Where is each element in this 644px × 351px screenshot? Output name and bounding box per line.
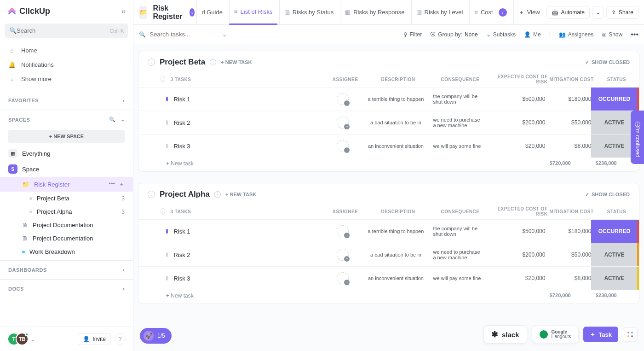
apps-button[interactable] [623, 327, 638, 342]
description-cell[interactable]: an inconvenient situation [361, 275, 430, 281]
automate-button[interactable]: 🤖Automate [546, 6, 590, 19]
mitigation-cost-cell[interactable]: $8,000 [545, 143, 591, 149]
description-cell[interactable]: an inconvenient situation [361, 143, 430, 149]
hangouts-card[interactable]: GoogleHangouts [532, 326, 579, 343]
description-cell[interactable]: a bad situation to be in [361, 252, 430, 257]
add-assignee-icon[interactable] [337, 93, 349, 105]
collapse-group-icon[interactable]: ⌄ [148, 58, 155, 66]
prev-view-button[interactable]: ‹ [190, 8, 195, 17]
assignee-cell[interactable] [324, 93, 361, 105]
new-task-link[interactable]: + NEW TASK [221, 59, 252, 65]
folder-icon[interactable]: 📁 [139, 6, 147, 19]
mitigation-cost-cell[interactable]: $50,000 [545, 119, 591, 126]
onboarding-pill[interactable]: 🚀1/5 [140, 328, 172, 344]
task-row[interactable]: Risk 1 a terrible thing to happen the co… [138, 219, 639, 243]
col-status[interactable]: STATUS [594, 77, 640, 82]
task-name[interactable]: Risk 1 [173, 228, 324, 235]
expected-cost-cell[interactable]: $20,000 [485, 143, 545, 149]
mitigation-cost-cell[interactable]: $180,000 [545, 96, 591, 102]
show-closed-toggle[interactable]: ✓SHOW CLOSED [585, 192, 630, 198]
new-task-link[interactable]: + NEW TASK [225, 192, 256, 197]
search-field[interactable] [17, 27, 109, 34]
col-expected-cost[interactable]: EXPECTED COST OF RISK [488, 74, 548, 84]
chevron-down-icon[interactable]: ⌄ [30, 336, 35, 343]
task-name[interactable]: Risk 2 [173, 252, 324, 258]
add-view-button[interactable]: ＋View [513, 0, 545, 25]
expected-cost-cell[interactable]: $500,000 [485, 96, 545, 102]
collapse-group-icon[interactable]: ⌄ [148, 191, 155, 198]
confused-tab[interactable]: ⓘI'm confused [631, 111, 644, 164]
subtasks-button[interactable]: ⌄Subtasks [486, 31, 516, 38]
new-space-button[interactable]: + NEW SPACE [8, 130, 125, 143]
col-assignee[interactable]: ASSIGNEE [327, 77, 364, 82]
add-task-row[interactable]: + New task [166, 292, 194, 299]
task-row[interactable]: Risk 1 a terrible thing to happen the co… [138, 87, 639, 111]
more-button[interactable]: ••• [631, 30, 638, 39]
tree-risk-register[interactable]: 📁 Risk Register •••＋ [0, 177, 133, 192]
col-status[interactable]: STATUS [594, 209, 640, 214]
status-cell[interactable]: ACTIVE [591, 243, 637, 266]
dashboards-section[interactable]: DASHBOARDS› [0, 263, 133, 277]
col-description[interactable]: DESCRIPTION [364, 209, 433, 214]
status-cell[interactable]: OCCURRED [591, 220, 637, 243]
task-row[interactable]: Risk 3 an inconvenient situation we will… [138, 134, 639, 158]
view-tab-response[interactable]: ▥Risks by Response [340, 0, 409, 25]
tree-doc-2[interactable]: 🗎Project Documentation [0, 232, 133, 245]
view-tab-status[interactable]: ▥Risks by Status [279, 0, 339, 25]
search-input[interactable]: 🔍 Ctrl+K [5, 23, 128, 38]
col-assignee[interactable]: ASSIGNEE [327, 209, 364, 214]
search-spaces-icon[interactable]: 🔍 [109, 117, 116, 123]
plus-icon[interactable]: ＋ [119, 180, 125, 188]
tree-project-alpha[interactable]: Project Alpha3 [0, 205, 133, 218]
collapse-tasks-icon[interactable]: ⌄ [161, 208, 165, 215]
task-name[interactable]: Risk 1 [173, 96, 324, 103]
tree-work-breakdown[interactable]: Work Breakdown [0, 245, 133, 258]
mitigation-cost-cell[interactable]: $8,000 [545, 275, 591, 281]
consequence-cell[interactable]: we need to purchase a new machine [430, 249, 485, 260]
assignees-button[interactable]: 👥Assignees [559, 31, 593, 38]
info-icon[interactable]: i [210, 59, 216, 65]
mitigation-cost-cell[interactable]: $180,000 [545, 228, 591, 234]
consequence-cell[interactable]: the company will be shut down [430, 94, 485, 105]
add-assignee-icon[interactable] [337, 272, 349, 284]
tree-space[interactable]: SSpace [0, 161, 133, 177]
add-assignee-icon[interactable] [337, 140, 349, 152]
col-expected-cost[interactable]: EXPECTED COST OF RISK [488, 206, 548, 216]
view-tab-level[interactable]: ▥Risks by Level [411, 0, 468, 25]
status-cell[interactable]: ACTIVE [591, 267, 637, 290]
filter-button[interactable]: ⚲Filter [403, 31, 422, 38]
status-cell[interactable]: OCCURRED [591, 88, 637, 111]
nav-home[interactable]: ⌂Home [0, 43, 133, 58]
description-cell[interactable]: a bad situation to be in [361, 120, 430, 125]
task-row[interactable]: Risk 2 a bad situation to be in we need … [138, 111, 639, 134]
me-button[interactable]: 👤Me [524, 31, 541, 38]
assignee-cell[interactable] [324, 249, 361, 261]
new-task-fab[interactable]: ＋Task [583, 327, 618, 342]
assignee-cell[interactable] [324, 140, 361, 152]
next-view-button[interactable]: › [499, 8, 507, 17]
view-tab-list[interactable]: ≡List of Risks [229, 0, 277, 25]
docs-section[interactable]: DOCS› [0, 281, 133, 296]
chevron-down-icon[interactable]: ⌄ [121, 117, 125, 123]
user-avatars[interactable]: T TB ⌄ [7, 333, 35, 345]
invite-button[interactable]: 👤Invite [78, 333, 111, 345]
expected-cost-cell[interactable]: $200,000 [485, 252, 545, 258]
mitigation-cost-cell[interactable]: $50,000 [545, 252, 591, 258]
task-name[interactable]: Risk 3 [173, 275, 324, 282]
add-assignee-icon[interactable] [337, 117, 349, 129]
nav-notifications[interactable]: 🔔Notifications [0, 58, 133, 72]
search-tasks-input[interactable] [150, 31, 218, 38]
description-cell[interactable]: a terrible thing to happen [361, 228, 430, 234]
tree-project-beta[interactable]: Project Beta3 [0, 192, 133, 205]
slack-card[interactable]: ✱slack [483, 325, 527, 344]
tree-everything[interactable]: ▦Everything [0, 146, 133, 161]
add-task-row[interactable]: + New task [166, 160, 194, 167]
help-button[interactable]: ? [115, 333, 126, 345]
col-description[interactable]: DESCRIPTION [364, 77, 433, 82]
task-row[interactable]: Risk 3 an inconvenient situation we will… [138, 266, 639, 290]
chevron-down-icon[interactable]: ⌄ [222, 31, 227, 38]
info-icon[interactable]: i [214, 191, 221, 198]
show-button[interactable]: ◎Show [602, 31, 622, 38]
consequence-cell[interactable]: we need to purchase a new machine [430, 117, 485, 128]
favorites-section[interactable]: FAVORITES › [0, 93, 133, 108]
